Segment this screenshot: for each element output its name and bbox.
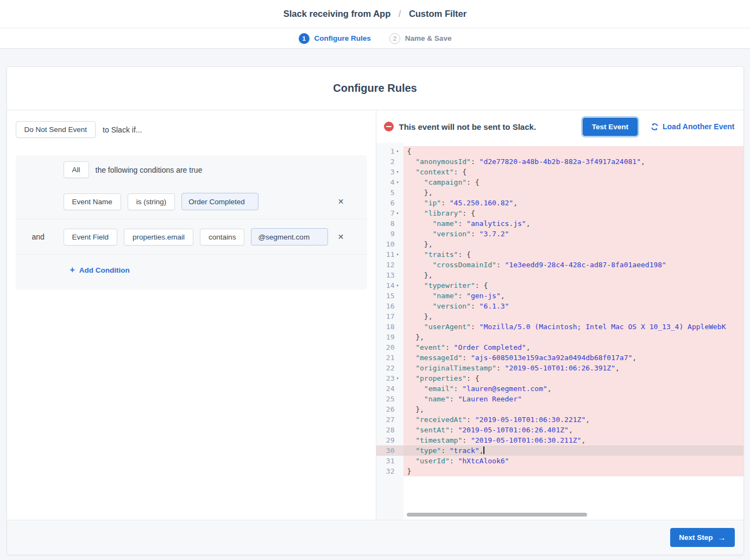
code-line[interactable]: "traits": { [404,249,743,260]
horizontal-scrollbar[interactable] [407,513,587,517]
condition-field-select[interactable]: properties.email [124,229,193,246]
step-1-label: Configure Rules [314,34,371,42]
line-number: 30 [376,445,396,456]
code-line[interactable]: "campaign": { [404,177,743,187]
code-line[interactable]: "name": "analytics.js", [404,218,743,229]
line-number: 9 [376,229,396,239]
code-line[interactable]: "originalTimestamp": "2019-05-10T01:06:2… [404,363,743,373]
step-name-save[interactable]: 2 Name & Save [389,33,452,44]
gutter-row: 20 [376,342,404,353]
condition-field-select[interactable]: Event Field [64,229,118,246]
code-line[interactable]: "crossDomainId": "1e3eedd9-28c4-428c-ad8… [404,260,743,270]
line-number: 13 [376,270,396,280]
match-type-text: the following conditions are true [96,166,203,174]
refresh-icon [651,123,659,131]
step-bar: 1 Configure Rules 2 Name & Save [0,28,750,49]
line-number: 28 [376,425,396,435]
line-number: 12 [376,260,396,270]
code-line[interactable]: "receivedAt": "2019-05-10T01:06:30.221Z"… [404,414,743,425]
step-configure-rules[interactable]: 1 Configure Rules [299,33,371,44]
code-line[interactable]: "version": "6.1.3" [404,301,743,311]
gutter-row: 17 [376,311,404,322]
gutter-row: 1▾ [376,146,404,156]
code-line[interactable]: "email": "lauren@segment.com", [404,383,743,394]
match-type-row: All the following conditions are true [16,155,367,184]
filter-action-select[interactable]: Do Not Send Event [16,121,96,138]
line-number: 16 [376,301,396,311]
step-2-circle: 2 [389,33,400,44]
line-number: 29 [376,435,396,445]
add-condition-button[interactable]: + Add Condition [70,265,130,275]
code-line[interactable]: }, [404,332,743,342]
load-another-event-button[interactable]: Load Another Event [651,122,735,131]
code-line[interactable]: }, [404,239,743,249]
code-line[interactable]: "event": "Order Completed", [404,342,743,353]
code-line[interactable]: }, [404,311,743,322]
preview-header: This event will not be sent to Slack. Te… [376,110,743,143]
gutter-row: 30 [376,445,404,456]
next-step-button[interactable]: Next Step → [670,528,734,547]
code-line[interactable]: "messageId": "ajs-6085013e159ac3a92a0494… [404,353,743,363]
gutter-row: 10 [376,239,404,249]
condition-field-select[interactable]: Event Name [64,193,121,210]
gutter-row: 22 [376,363,404,373]
code-line[interactable]: "version": "3.7.2" [404,229,743,239]
code-line[interactable]: "userId": "hXtcAlook6" [404,456,743,466]
match-type-select[interactable]: All [64,161,89,178]
fold-toggle-icon[interactable]: ▾ [396,177,404,187]
code-line[interactable]: "properties": { [404,373,743,383]
gutter-row: 11▾ [376,249,404,260]
code-line[interactable]: }, [404,404,743,414]
code-line[interactable]: "context": { [404,167,743,177]
line-number: 11 [376,249,396,260]
line-number: 1 [376,146,396,156]
line-number: 8 [376,218,396,229]
close-icon: ✕ [338,197,344,206]
gutter-row: 31 [376,456,404,466]
code-line[interactable]: "name": "Lauren Reeder" [404,394,743,404]
condition-field-select[interactable]: is (string) [128,193,175,210]
code-line[interactable]: }, [404,270,743,280]
code-line[interactable]: "library": { [404,208,743,218]
condition-value-input[interactable] [251,228,328,246]
fold-toggle-icon[interactable]: ▾ [396,167,404,177]
remove-condition-button[interactable]: ✕ [338,198,344,205]
code-line[interactable]: "type": "track", [404,445,743,456]
condition-row: Event Nameis (string)✕ [16,184,367,219]
step-2-label: Name & Save [405,34,452,42]
gutter-row: 25 [376,394,404,404]
json-editor[interactable]: 1▾23▾4▾567▾891011▾121314▾151617181920212… [376,143,743,520]
fold-toggle-icon[interactable]: ▾ [396,373,404,383]
code-line[interactable]: "typewriter": { [404,280,743,291]
gutter-row: 16 [376,301,404,311]
line-number: 19 [376,332,396,342]
fold-toggle-icon[interactable]: ▾ [396,280,404,291]
fold-toggle-icon[interactable]: ▾ [396,249,404,260]
code-line[interactable]: "timestamp": "2019-05-10T01:06:30.211Z", [404,435,743,445]
code-line[interactable]: { [404,146,743,156]
line-number: 4 [376,177,396,187]
gutter-row: 21 [376,353,404,363]
remove-condition-button[interactable]: ✕ [338,233,344,241]
gutter-row: 26 [376,404,404,414]
gutter-row: 27 [376,414,404,425]
line-number: 2 [376,156,396,167]
test-event-button[interactable]: Test Event [583,118,638,136]
gutter-row: 13 [376,270,404,280]
fold-toggle-icon[interactable]: ▾ [396,146,404,156]
gutter-row: 32 [376,466,404,476]
code-line[interactable]: "sentAt": "2019-05-10T01:06:26.401Z", [404,425,743,435]
code-line[interactable]: "name": "gen-js", [404,291,743,301]
code-line[interactable]: "anonymousId": "d2e77820-a48b-4b2b-882a-… [404,156,743,167]
code-line[interactable]: "userAgent": "Mozilla/5.0 (Macintosh; In… [404,322,743,332]
step-1-circle: 1 [299,33,310,44]
code-line[interactable]: } [404,466,743,476]
fold-toggle-icon[interactable]: ▾ [396,208,404,218]
condition-value-input[interactable] [181,193,259,210]
condition-field-select[interactable]: contains [200,229,244,246]
next-step-label: Next Step [679,533,713,542]
code-line[interactable]: }, [404,187,743,198]
code-line[interactable]: "ip": "45.250.160.82", [404,198,743,208]
filter-status-text: This event will not be sent to Slack. [399,122,537,131]
breadcrumb-destination: Slack receiving from App [283,9,390,18]
